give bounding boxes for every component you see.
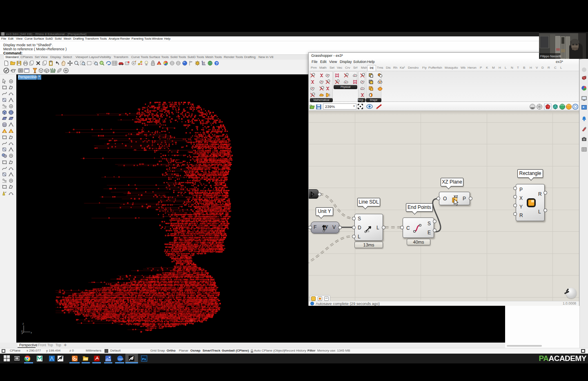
svg-text:8: 8 [132,356,134,359]
svg-text:x: x [31,331,32,334]
svg-text:8: 8 [61,356,62,359]
svg-text:z: z [22,322,24,325]
svg-text:y: y [324,223,328,230]
svg-text:y: y [21,329,23,333]
svg-text:?: ? [216,61,218,65]
svg-text:zoom: zoom [118,358,124,360]
svg-text:Ps: Ps [142,357,146,361]
